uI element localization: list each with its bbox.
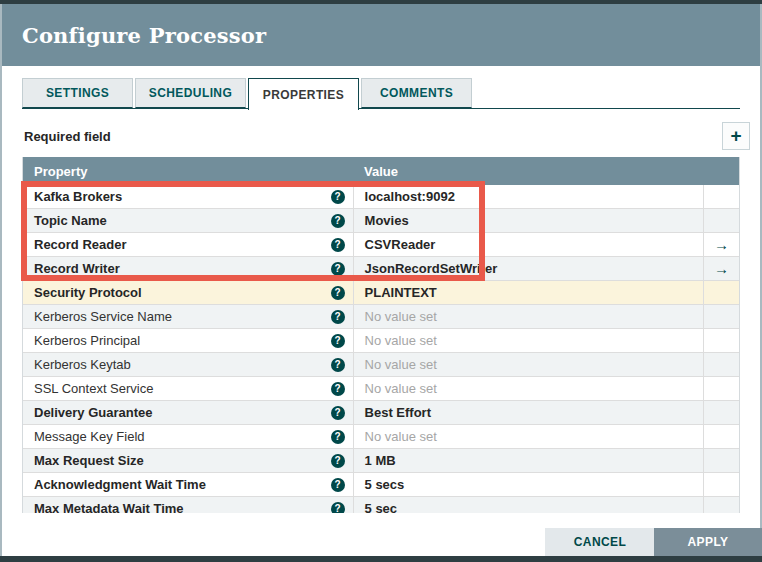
property-action-cell bbox=[703, 329, 739, 352]
tab-bar: SETTINGS SCHEDULING PROPERTIES COMMENTS bbox=[22, 78, 740, 109]
help-icon[interactable]: ? bbox=[331, 454, 345, 468]
required-field-label: Required field bbox=[24, 129, 111, 144]
property-row: Record Reader ? CSVReader → bbox=[23, 233, 739, 257]
property-row: SSL Context Service ? No value set bbox=[23, 377, 739, 401]
property-action-cell bbox=[703, 185, 739, 208]
property-action-cell bbox=[703, 425, 739, 448]
property-name: Record Reader bbox=[34, 237, 126, 252]
property-name: Kerberos Keytab bbox=[34, 357, 131, 372]
property-action-cell: → bbox=[703, 233, 739, 256]
property-row: Max Metadata Wait Time ? 5 sec bbox=[23, 497, 739, 513]
property-value[interactable]: 5 sec bbox=[353, 497, 704, 513]
property-row: Kerberos Principal ? No value set bbox=[23, 329, 739, 353]
dialog-title: Configure Processor bbox=[22, 23, 266, 48]
properties-table-body: Kafka Brokers ? localhost:9092 Topic Nam… bbox=[23, 185, 739, 513]
property-name-cell: Kafka Brokers ? bbox=[23, 189, 353, 204]
dialog-header: Configure Processor bbox=[2, 4, 760, 66]
property-name: Security Protocol bbox=[34, 285, 142, 300]
property-row: Topic Name ? Movies bbox=[23, 209, 739, 233]
property-row: Delivery Guarantee ? Best Effort bbox=[23, 401, 739, 425]
property-name: Record Writer bbox=[34, 261, 120, 276]
cancel-button[interactable]: CANCEL bbox=[545, 528, 655, 556]
property-row: Kafka Brokers ? localhost:9092 bbox=[23, 185, 739, 209]
property-row: Message Key Field ? No value set bbox=[23, 425, 739, 449]
property-name: Delivery Guarantee bbox=[34, 405, 153, 420]
tab-scheduling-label: SCHEDULING bbox=[149, 86, 232, 100]
apply-button[interactable]: APPLY bbox=[654, 528, 762, 556]
column-header-property: Property bbox=[23, 164, 353, 179]
property-value[interactable]: No value set bbox=[353, 329, 704, 352]
property-value[interactable]: No value set bbox=[353, 305, 704, 328]
property-name: SSL Context Service bbox=[34, 381, 153, 396]
property-value[interactable]: No value set bbox=[353, 425, 704, 448]
property-row: Security Protocol ? PLAINTEXT bbox=[23, 281, 739, 305]
property-name-cell: Security Protocol ? bbox=[23, 285, 353, 300]
property-value[interactable]: CSVReader bbox=[353, 233, 704, 256]
property-row: Acknowledgment Wait Time ? 5 secs bbox=[23, 473, 739, 497]
help-icon[interactable]: ? bbox=[331, 310, 345, 324]
tab-settings[interactable]: SETTINGS bbox=[22, 78, 133, 108]
property-action-cell bbox=[703, 497, 739, 513]
help-icon[interactable]: ? bbox=[331, 214, 345, 228]
property-name: Acknowledgment Wait Time bbox=[34, 477, 206, 492]
property-name: Max Metadata Wait Time bbox=[34, 501, 184, 513]
property-action-cell: → bbox=[703, 257, 739, 280]
help-icon[interactable]: ? bbox=[331, 478, 345, 492]
property-action-cell bbox=[703, 281, 739, 304]
required-field-row: Required field + bbox=[24, 120, 750, 152]
help-icon[interactable]: ? bbox=[331, 262, 345, 276]
tab-underline bbox=[22, 108, 740, 109]
property-value[interactable]: 1 MB bbox=[353, 449, 704, 472]
property-row: Kerberos Service Name ? No value set bbox=[23, 305, 739, 329]
help-icon[interactable]: ? bbox=[331, 502, 345, 514]
property-action-cell bbox=[703, 209, 739, 232]
property-name-cell: SSL Context Service ? bbox=[23, 381, 353, 396]
add-property-button[interactable]: + bbox=[722, 122, 750, 150]
property-row: Record Writer ? JsonRecordSetWriter → bbox=[23, 257, 739, 281]
property-name-cell: Kerberos Keytab ? bbox=[23, 357, 353, 372]
properties-table: Property Value Kafka Brokers ? localhost… bbox=[22, 157, 740, 513]
property-name: Message Key Field bbox=[34, 429, 145, 444]
property-value[interactable]: PLAINTEXT bbox=[353, 281, 704, 304]
help-icon[interactable]: ? bbox=[331, 286, 345, 300]
property-value[interactable]: JsonRecordSetWriter bbox=[353, 257, 704, 280]
help-icon[interactable]: ? bbox=[331, 334, 345, 348]
help-icon[interactable]: ? bbox=[331, 358, 345, 372]
property-name-cell: Kerberos Service Name ? bbox=[23, 309, 353, 324]
property-name-cell: Max Request Size ? bbox=[23, 453, 353, 468]
property-row: Kerberos Keytab ? No value set bbox=[23, 353, 739, 377]
help-icon[interactable]: ? bbox=[331, 406, 345, 420]
property-name-cell: Max Metadata Wait Time ? bbox=[23, 501, 353, 513]
property-value[interactable]: No value set bbox=[353, 353, 704, 376]
property-value[interactable]: localhost:9092 bbox=[353, 185, 704, 208]
property-action-cell bbox=[703, 401, 739, 424]
tab-comments-label: COMMENTS bbox=[380, 86, 453, 100]
property-value[interactable]: Movies bbox=[353, 209, 704, 232]
help-icon[interactable]: ? bbox=[331, 430, 345, 444]
property-name: Max Request Size bbox=[34, 453, 144, 468]
property-name: Kerberos Principal bbox=[34, 333, 140, 348]
property-name-cell: Topic Name ? bbox=[23, 213, 353, 228]
property-value[interactable]: No value set bbox=[353, 377, 704, 400]
go-to-service-icon[interactable]: → bbox=[714, 261, 729, 276]
property-value[interactable]: Best Effort bbox=[353, 401, 704, 424]
help-icon[interactable]: ? bbox=[331, 190, 345, 204]
tab-properties-label: PROPERTIES bbox=[263, 88, 344, 102]
property-action-cell bbox=[703, 377, 739, 400]
go-to-service-icon[interactable]: → bbox=[714, 237, 729, 252]
property-name: Kerberos Service Name bbox=[34, 309, 172, 324]
property-row: Max Request Size ? 1 MB bbox=[23, 449, 739, 473]
property-name: Topic Name bbox=[34, 213, 107, 228]
property-value[interactable]: 5 secs bbox=[353, 473, 704, 496]
help-icon[interactable]: ? bbox=[331, 238, 345, 252]
property-name-cell: Record Writer ? bbox=[23, 261, 353, 276]
tab-scheduling[interactable]: SCHEDULING bbox=[135, 78, 246, 108]
property-name-cell: Message Key Field ? bbox=[23, 429, 353, 444]
property-name-cell: Record Reader ? bbox=[23, 237, 353, 252]
property-name-cell: Kerberos Principal ? bbox=[23, 333, 353, 348]
tab-properties[interactable]: PROPERTIES bbox=[248, 78, 359, 110]
tab-comments[interactable]: COMMENTS bbox=[361, 78, 472, 108]
property-action-cell bbox=[703, 473, 739, 496]
help-icon[interactable]: ? bbox=[331, 382, 345, 396]
property-name: Kafka Brokers bbox=[34, 189, 122, 204]
